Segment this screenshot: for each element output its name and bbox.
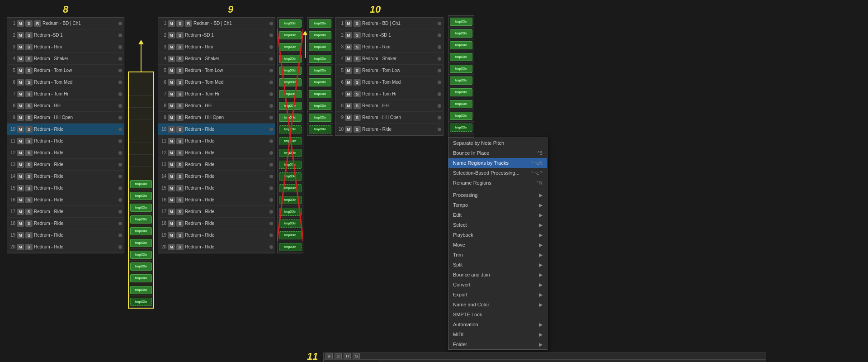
track-row[interactable]: 14MSRedrum - Ride bbox=[158, 171, 275, 182]
menu-item[interactable]: Bounce and Join▶ bbox=[448, 270, 547, 280]
track-row[interactable]: 8MSRedrum - HH bbox=[158, 100, 275, 112]
mute-button[interactable]: M bbox=[345, 67, 352, 74]
mute-button[interactable]: M bbox=[17, 32, 24, 38]
solo-button[interactable]: S bbox=[176, 232, 184, 238]
track-row[interactable]: 12MSRedrum - Ride bbox=[158, 147, 275, 159]
arrangement-toolbar-btn[interactable]: ⊕ bbox=[326, 353, 333, 359]
track-row[interactable]: 6MSRedrum - Tom Med bbox=[7, 76, 124, 88]
track-row[interactable]: 2MSRedrum -SD 1 bbox=[335, 29, 443, 41]
arrangement-toolbar-btn[interactable]: S bbox=[353, 353, 360, 359]
mute-button[interactable]: M bbox=[345, 79, 352, 86]
track-row[interactable]: 19MSRedrum - Ride bbox=[158, 229, 275, 241]
solo-button[interactable]: S bbox=[176, 209, 184, 215]
solo-button[interactable]: S bbox=[25, 209, 33, 215]
solo-button[interactable]: S bbox=[25, 67, 33, 74]
menu-item[interactable]: Select▶ bbox=[448, 220, 547, 230]
solo-button[interactable]: S bbox=[354, 44, 361, 50]
solo-button[interactable]: S bbox=[176, 44, 184, 50]
mute-button[interactable]: M bbox=[17, 173, 24, 180]
solo-button[interactable]: S bbox=[25, 162, 33, 168]
track-row[interactable]: 4MSRedrum - Shaker bbox=[335, 53, 443, 65]
solo-button[interactable]: S bbox=[25, 79, 33, 86]
track-row[interactable]: 20MSRedrum - Ride bbox=[7, 241, 124, 253]
mute-button[interactable]: M bbox=[17, 150, 24, 156]
menu-item[interactable]: Rename Regions⌃N bbox=[448, 178, 547, 188]
solo-button[interactable]: S bbox=[25, 91, 33, 97]
solo-button[interactable]: S bbox=[25, 103, 33, 109]
track-row[interactable]: 9MSRedrum - HH Open bbox=[335, 112, 443, 124]
solo-button[interactable]: S bbox=[25, 56, 33, 62]
mute-button[interactable]: M bbox=[168, 150, 175, 156]
track-row[interactable]: 10MSRedrum - Ride bbox=[335, 124, 443, 135]
track-row[interactable]: 5MSRedrum - Tom Low bbox=[158, 65, 275, 76]
mute-button[interactable]: M bbox=[168, 197, 175, 203]
track-row[interactable]: 14MSRedrum - Ride bbox=[7, 171, 124, 182]
track-row[interactable]: 8MSRedrum - HH bbox=[335, 100, 443, 112]
track-row[interactable]: 2MSRedrum -SD 1 bbox=[7, 29, 124, 41]
menu-item[interactable]: SMPTE Lock bbox=[448, 310, 547, 319]
track-row[interactable]: 10MSRedrum - Ride bbox=[158, 124, 275, 135]
track-row[interactable]: 7MSRedrum - Tom Hi bbox=[335, 88, 443, 100]
solo-button[interactable]: S bbox=[176, 220, 184, 227]
track-row[interactable]: 11MSRedrum - Ride bbox=[158, 135, 275, 147]
mute-button[interactable]: M bbox=[168, 232, 175, 238]
solo-button[interactable]: S bbox=[25, 173, 33, 180]
record-button[interactable]: R bbox=[34, 20, 41, 27]
arrangement-toolbar-btn[interactable]: ⊙ bbox=[335, 353, 342, 359]
track-row[interactable]: 9MSRedrum - HH Open bbox=[158, 112, 275, 124]
solo-button[interactable]: S bbox=[25, 138, 33, 144]
mute-button[interactable]: M bbox=[17, 20, 24, 27]
menu-item[interactable]: Split▶ bbox=[448, 260, 547, 270]
track-row[interactable]: 1MSRRedrum - BD | Ch1 bbox=[158, 18, 275, 29]
solo-button[interactable]: S bbox=[25, 20, 33, 27]
mute-button[interactable]: M bbox=[168, 162, 175, 168]
mute-button[interactable]: M bbox=[17, 185, 24, 191]
solo-button[interactable]: S bbox=[354, 79, 361, 86]
mute-button[interactable]: M bbox=[17, 91, 24, 97]
track-row[interactable]: 1MSRedrum - BD | Ch1 bbox=[335, 18, 443, 29]
solo-button[interactable]: S bbox=[176, 197, 184, 203]
track-row[interactable]: 9MSRedrum - HH Open bbox=[7, 112, 124, 124]
mute-button[interactable]: M bbox=[168, 185, 175, 191]
mute-button[interactable]: M bbox=[17, 197, 24, 203]
menu-item[interactable]: Bounce In Place^B bbox=[448, 148, 547, 158]
solo-button[interactable]: S bbox=[354, 32, 361, 38]
mute-button[interactable]: M bbox=[17, 138, 24, 144]
mute-button[interactable]: M bbox=[168, 91, 175, 97]
track-row[interactable]: 19MSRedrum - Ride bbox=[7, 229, 124, 241]
mute-button[interactable]: M bbox=[168, 209, 175, 215]
solo-button[interactable]: S bbox=[176, 20, 184, 27]
solo-button[interactable]: S bbox=[354, 103, 361, 109]
track-row[interactable]: 15MSRedrum - Ride bbox=[7, 182, 124, 194]
track-row[interactable]: 3MSRedrum - Rim bbox=[158, 41, 275, 53]
track-row[interactable]: 18MSRedrum - Ride bbox=[7, 218, 124, 229]
solo-button[interactable]: S bbox=[354, 114, 361, 121]
solo-button[interactable]: S bbox=[25, 197, 33, 203]
track-row[interactable]: 17MSRedrum - Ride bbox=[158, 206, 275, 218]
mute-button[interactable]: M bbox=[168, 138, 175, 144]
track-row[interactable]: 4MSRedrum - Shaker bbox=[158, 53, 275, 65]
menu-item[interactable]: Playback▶ bbox=[448, 230, 547, 240]
solo-button[interactable]: S bbox=[354, 67, 361, 74]
track-row[interactable]: 7MSRedrum - Tom Hi bbox=[158, 88, 275, 100]
solo-button[interactable]: S bbox=[25, 32, 33, 38]
track-row[interactable]: 5MSRedrum - Tom Low bbox=[335, 65, 443, 76]
solo-button[interactable]: S bbox=[354, 56, 361, 62]
solo-button[interactable]: S bbox=[176, 103, 184, 109]
mute-button[interactable]: M bbox=[168, 114, 175, 121]
mute-button[interactable]: M bbox=[345, 44, 352, 50]
mute-button[interactable]: M bbox=[17, 232, 24, 238]
menu-item[interactable]: Separate by Note Pitch bbox=[448, 138, 547, 148]
track-row[interactable]: 2MSRedrum -SD 1 bbox=[158, 29, 275, 41]
track-row[interactable]: 15MSRedrum - Ride bbox=[158, 182, 275, 194]
mute-button[interactable]: M bbox=[168, 126, 175, 133]
menu-item[interactable]: Convert▶ bbox=[448, 280, 547, 290]
solo-button[interactable]: S bbox=[25, 114, 33, 121]
solo-button[interactable]: S bbox=[176, 162, 184, 168]
track-row[interactable]: 4MSRedrum - Shaker bbox=[7, 53, 124, 65]
mute-button[interactable]: M bbox=[168, 244, 175, 250]
solo-button[interactable]: S bbox=[176, 91, 184, 97]
solo-button[interactable]: S bbox=[176, 79, 184, 86]
mute-button[interactable]: M bbox=[168, 220, 175, 227]
solo-button[interactable]: S bbox=[25, 220, 33, 227]
